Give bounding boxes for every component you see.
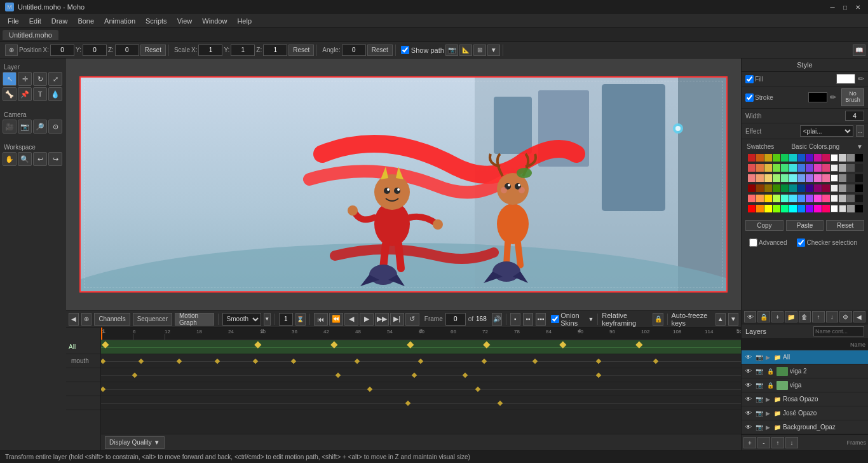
layer-bg-expand-icon[interactable]: ▶ [766, 424, 772, 431]
swatch-r5c8[interactable] [806, 195, 813, 202]
book-icon[interactable]: 📖 [853, 45, 865, 56]
channels-tab[interactable]: Channels [94, 313, 130, 326]
reset-angle-button[interactable]: Reset [367, 45, 393, 56]
camera-icon[interactable]: 📷 [445, 45, 458, 56]
swatch-r4c3[interactable] [764, 184, 772, 192]
layers-search-input[interactable] [813, 326, 864, 336]
swatch-r2c14[interactable] [855, 164, 863, 172]
tl-icon-btn-1[interactable]: ◀ [69, 313, 79, 326]
swatch-r6c7[interactable] [797, 205, 805, 212]
kf-mouth-11[interactable] [653, 359, 658, 364]
layer-item-viga[interactable]: 👁 📷 🔒 viga [742, 378, 868, 392]
kf-mouth-5[interactable] [291, 359, 296, 364]
swatch-r3c4[interactable] [773, 174, 780, 182]
menu-window[interactable]: Window [197, 16, 232, 26]
swatch-r5c6[interactable] [789, 195, 797, 202]
dropdown-icon[interactable]: ▼ [487, 45, 500, 56]
reset-position-button[interactable]: Reset [140, 45, 166, 56]
minimize-button[interactable]: ─ [827, 2, 837, 12]
layer-item-all[interactable]: 👁 📷 ▶ 📁 All [742, 350, 868, 364]
layer-all-cam-icon[interactable]: 📷 [755, 353, 764, 362]
view-3-icon[interactable]: ▪▪▪ [536, 313, 546, 326]
menu-edit[interactable]: Edit [24, 16, 46, 26]
layers-lock-btn[interactable]: 🔒 [757, 311, 770, 322]
undo-tool[interactable]: ↩ [33, 152, 47, 166]
frame-number-input[interactable] [445, 313, 466, 326]
swatch-r1c14[interactable] [855, 154, 863, 162]
camera-pan-tool[interactable]: 📷 [18, 120, 32, 134]
track-all[interactable] [101, 340, 741, 354]
stroke-edit-icon[interactable]: ✏ [830, 93, 836, 102]
advanced-label[interactable]: Advanced [745, 236, 790, 249]
move-tool[interactable]: ✛ [18, 72, 32, 86]
prev-keyframe-btn[interactable]: ⏪ [329, 313, 343, 326]
swatch-r5c5[interactable] [781, 195, 789, 202]
kf-mouth-4[interactable] [253, 359, 258, 364]
swatch-r2c10[interactable] [822, 164, 830, 172]
advanced-checkbox[interactable] [749, 238, 757, 247]
copy-button[interactable]: Copy [745, 220, 783, 231]
kf-e2-2[interactable] [475, 387, 480, 392]
swatch-r3c8[interactable] [806, 174, 813, 182]
swatch-r6c12[interactable] [839, 205, 846, 212]
swatches-dropdown-icon[interactable]: ▼ [857, 143, 863, 150]
kf-mouth-0[interactable] [101, 359, 105, 364]
swatch-r1c13[interactable] [847, 154, 855, 162]
view-1-icon[interactable]: ▪ [510, 313, 520, 326]
swatch-r4c11[interactable] [831, 184, 838, 192]
display-quality-button[interactable]: Display Quality ▼ [105, 436, 165, 449]
kf-mouth-2[interactable] [177, 359, 182, 364]
kf-e1-2[interactable] [412, 373, 417, 378]
layer-bg-cam-icon[interactable]: 📷 [755, 423, 764, 432]
swatch-r6c3[interactable] [764, 205, 772, 212]
swatch-r2c1[interactable] [748, 164, 756, 172]
layers-up-btn[interactable]: ↑ [812, 311, 824, 322]
swatch-r6c10[interactable] [822, 205, 830, 212]
swatch-r1c1[interactable] [748, 154, 756, 162]
kf-mouth-3[interactable] [215, 359, 220, 364]
track-extra-3[interactable] [101, 396, 741, 410]
width-input[interactable] [845, 111, 864, 121]
layer-viga-lock-icon[interactable]: 🔒 [766, 381, 775, 390]
swatch-r6c2[interactable] [756, 205, 764, 212]
angle-input[interactable] [342, 45, 366, 56]
swatch-r4c5[interactable] [781, 184, 789, 192]
swatch-r2c8[interactable] [806, 164, 813, 172]
position-z-input[interactable] [115, 45, 139, 56]
swatch-r6c4[interactable] [773, 205, 780, 212]
swatch-r6c5[interactable] [781, 205, 789, 212]
swatch-r3c13[interactable] [847, 174, 855, 182]
layers-collapse-btn[interactable]: ◀ [853, 311, 865, 322]
swatch-r3c2[interactable] [756, 174, 764, 182]
tl-arrow-up[interactable]: ▲ [715, 313, 726, 326]
swatch-r1c8[interactable] [806, 154, 813, 162]
sequencer-tab[interactable]: Sequencer [133, 313, 172, 326]
no-brush-button[interactable]: NoBrush [841, 88, 864, 106]
swatch-r4c7[interactable] [797, 184, 805, 192]
kf-mouth-6[interactable] [355, 359, 360, 364]
stroke-checkbox[interactable] [745, 93, 754, 102]
show-path-check[interactable] [401, 46, 409, 54]
layers-tb-btn-4[interactable]: ↓ [785, 437, 798, 448]
stroke-checkbox-label[interactable]: Stroke [745, 93, 773, 102]
swatch-r5c9[interactable] [814, 195, 822, 202]
swatch-r5c2[interactable] [756, 195, 764, 202]
track-extra-2[interactable] [101, 382, 741, 396]
swatch-r4c8[interactable] [806, 184, 813, 192]
kf-mouth-9[interactable] [532, 359, 538, 364]
effect-select[interactable]: <plai... [800, 125, 853, 137]
layer-item-viga2[interactable]: 👁 📷 🔒 viga 2 [742, 364, 868, 378]
fill-edit-icon[interactable]: ✏ [858, 74, 864, 83]
document-tab[interactable]: Untitled.moho [3, 30, 58, 40]
kf-mouth-8[interactable] [482, 359, 487, 364]
swatch-r3c5[interactable] [781, 174, 789, 182]
kf-mouth-1[interactable] [139, 359, 144, 364]
swatch-r1c11[interactable] [831, 154, 838, 162]
maximize-button[interactable]: □ [840, 2, 850, 12]
layer-viga-eye-icon[interactable]: 👁 [744, 381, 753, 390]
layer-item-background[interactable]: 👁 📷 ▶ 📁 Background_Opaz [742, 420, 868, 434]
swatch-r6c1[interactable] [748, 205, 756, 212]
swatch-r1c6[interactable] [789, 154, 797, 162]
swatch-r2c4[interactable] [773, 164, 780, 172]
zoom-tool[interactable]: 🔍 [18, 152, 32, 166]
